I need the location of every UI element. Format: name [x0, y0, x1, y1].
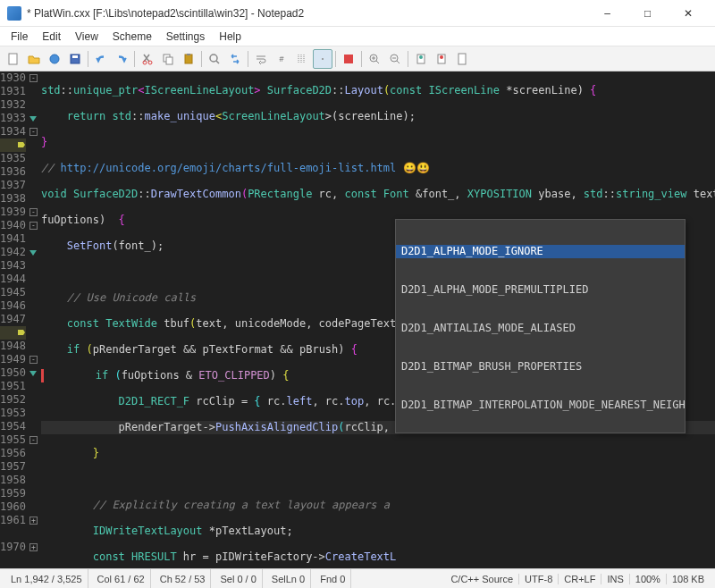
whitespace-icon[interactable]: [313, 49, 332, 69]
word-wrap-icon[interactable]: [251, 49, 271, 69]
maximize-button[interactable]: □: [627, 0, 668, 27]
bookmark-marker-icon: [29, 116, 37, 122]
zoom-out-icon[interactable]: [385, 49, 405, 69]
autocomplete-item[interactable]: D2D1_ANTIALIAS_MODE_ALIASED: [396, 322, 685, 335]
scheme-icon[interactable]: [339, 49, 358, 69]
svg-point-1: [50, 55, 59, 63]
zoom-in-icon[interactable]: [365, 49, 384, 69]
file-info-icon[interactable]: [452, 49, 472, 69]
svg-rect-22: [458, 54, 466, 64]
menu-file[interactable]: File: [4, 29, 35, 45]
svg-line-11: [216, 61, 219, 63]
autocomplete-popup[interactable]: D2D1_ALPHA_MODE_IGNORE D2D1_ALPHA_MODE_P…: [395, 219, 686, 433]
copy-icon[interactable]: [158, 49, 178, 69]
menu-help[interactable]: Help: [212, 29, 248, 45]
titlebar: * PlatWin.cxx [F:\Libs\notepad2\scintill…: [0, 0, 715, 27]
close-button[interactable]: ✕: [668, 0, 708, 27]
svg-point-12: [322, 58, 324, 60]
svg-rect-8: [185, 55, 192, 63]
svg-point-21: [440, 55, 443, 59]
svg-point-19: [419, 55, 423, 59]
toolbar-separator: [408, 51, 408, 67]
statusbar: Ln 1,942 / 3,525 Col 61 / 62 Ch 52 / 53 …: [0, 568, 715, 588]
status-language[interactable]: C/C++ Source: [445, 574, 519, 584]
svg-rect-7: [166, 57, 172, 64]
bookmark-marker-icon: [29, 250, 37, 256]
toolbar-separator: [201, 51, 202, 67]
autocomplete-item[interactable]: D2D1_BITMAP_INTERPOLATION_MODE_NEAREST_N…: [396, 399, 685, 412]
status-line[interactable]: Ln 1,942 / 3,525: [5, 569, 88, 588]
replace-icon[interactable]: [225, 49, 245, 69]
svg-line-17: [397, 61, 400, 63]
line-number-gutter: 1930 1931 1932 1933 1934 1935 1936 1937 …: [0, 71, 29, 568]
minimize-button[interactable]: –: [587, 0, 627, 27]
menu-scheme[interactable]: Scheme: [105, 29, 159, 45]
autocomplete-item[interactable]: D2D1_ALPHA_MODE_IGNORE: [396, 245, 685, 258]
status-sel: Sel 0 / 0: [214, 569, 262, 588]
toggle-num-icon[interactable]: #: [272, 49, 291, 69]
fold-toggle-icon[interactable]: -: [29, 208, 38, 216]
menu-settings[interactable]: Settings: [159, 29, 212, 45]
status-filesize: 108 KB: [667, 574, 710, 584]
autocomplete-item[interactable]: D2D1_BITMAP_BRUSH_PROPERTIES: [396, 360, 685, 374]
fold-toggle-icon[interactable]: -: [29, 128, 38, 136]
fold-toggle-icon[interactable]: +: [29, 517, 38, 525]
svg-rect-3: [72, 55, 78, 58]
toolbar-separator: [248, 51, 248, 67]
bookmark-marker-icon: [29, 371, 37, 376]
app-icon: [7, 6, 21, 21]
status-selln: SelLn 0: [266, 569, 311, 588]
new-file-icon[interactable]: [4, 49, 23, 69]
status-encoding[interactable]: UTF-8: [519, 574, 559, 584]
fold-toggle-icon[interactable]: -: [29, 436, 38, 444]
toolbar-separator: [88, 51, 88, 67]
status-ch: Ch 52 / 53: [155, 569, 212, 588]
svg-line-15: [376, 61, 379, 63]
svg-rect-9: [187, 54, 190, 55]
svg-rect-0: [9, 54, 17, 64]
svg-point-5: [148, 61, 152, 64]
fold-toggle-icon[interactable]: -: [29, 74, 38, 82]
cut-icon[interactable]: [138, 49, 157, 69]
window-title: * PlatWin.cxx [F:\Libs\notepad2\scintill…: [27, 7, 587, 20]
svg-point-10: [210, 55, 217, 62]
menubar: File Edit View Scheme Settings Help: [0, 27, 715, 46]
code-area[interactable]: std::unique_ptr<IScreenLineLayout> Surfa…: [38, 71, 715, 568]
status-eol[interactable]: CR+LF: [559, 574, 601, 584]
save-icon[interactable]: [65, 49, 85, 69]
status-insert-mode[interactable]: INS: [601, 574, 629, 584]
toolbar: #: [0, 46, 715, 71]
toolbar-separator: [361, 51, 362, 67]
toolbar-separator: [335, 51, 336, 67]
fold-toggle-icon[interactable]: -: [29, 222, 38, 230]
open-file-icon[interactable]: [24, 49, 44, 69]
toolbar-separator: [134, 51, 135, 67]
fold-toggle-icon[interactable]: -: [29, 356, 38, 364]
editor[interactable]: 1930 1931 1932 1933 1934 1935 1936 1937 …: [0, 71, 715, 568]
find-icon[interactable]: [205, 49, 224, 69]
status-find: Fnd 0: [315, 569, 351, 588]
menu-edit[interactable]: Edit: [35, 29, 68, 45]
bookmark-icon[interactable]: [411, 49, 431, 69]
paste-icon[interactable]: [179, 49, 198, 69]
menu-view[interactable]: View: [68, 29, 105, 45]
fold-margin[interactable]: - - - - - - + + +: [29, 71, 38, 568]
svg-rect-13: [344, 55, 353, 63]
browse-icon[interactable]: [45, 49, 64, 69]
autocomplete-item[interactable]: D2D1_ALPHA_MODE_PREMULTIPLIED: [396, 283, 685, 297]
fold-toggle-icon[interactable]: +: [29, 543, 38, 551]
undo-icon[interactable]: [91, 49, 111, 69]
bookmark2-icon[interactable]: [432, 49, 451, 69]
redo-icon[interactable]: [112, 49, 131, 69]
status-col[interactable]: Col 61 / 62: [92, 569, 151, 588]
window-controls: – □ ✕: [587, 0, 708, 27]
status-zoom[interactable]: 100%: [630, 574, 667, 584]
indent-guide-icon[interactable]: [292, 49, 312, 69]
